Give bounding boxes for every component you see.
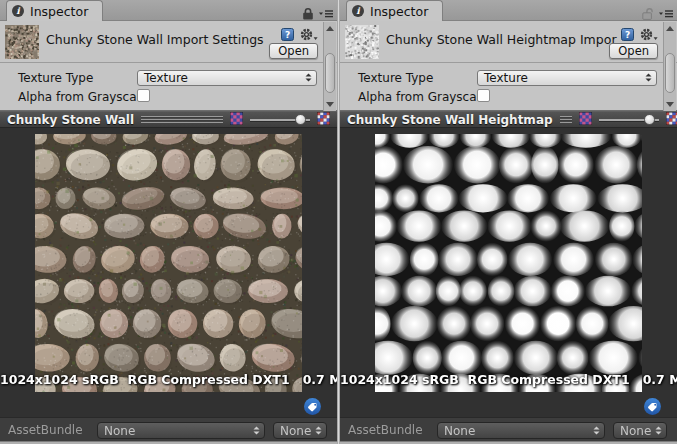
rgb-channels-icon[interactable] bbox=[230, 110, 243, 129]
scrollbar-thumb[interactable] bbox=[665, 53, 675, 93]
texture-type-value: Texture bbox=[144, 71, 188, 85]
scroll-down-icon[interactable] bbox=[666, 102, 674, 107]
alpha-from-grayscale-checkbox[interactable] bbox=[137, 89, 150, 102]
preview-drag-handle[interactable] bbox=[141, 116, 223, 123]
info-icon: i bbox=[12, 5, 24, 17]
assetbundle-label: AssetBundle bbox=[8, 423, 83, 437]
assetbundle-variant-value: None bbox=[620, 424, 651, 438]
texture-type-value: Texture bbox=[484, 71, 528, 85]
inspector-panel-left: i Inspector Chunky Stone Wall Import Set… bbox=[0, 0, 337, 444]
assetbundle-value: None bbox=[444, 424, 475, 438]
slider-knob[interactable] bbox=[295, 114, 306, 125]
assetbundle-variant-dropdown[interactable]: None bbox=[273, 422, 327, 439]
mipmap-icon[interactable] bbox=[317, 110, 330, 129]
tab-label: Inspector bbox=[30, 4, 88, 19]
asset-thumbnail bbox=[5, 25, 39, 59]
tab-label: Inspector bbox=[370, 4, 428, 19]
lock-icon[interactable] bbox=[642, 7, 654, 20]
svg-text:?: ? bbox=[625, 30, 630, 40]
assetbundle-bar: AssetBundle None None bbox=[0, 417, 337, 441]
preview-pane: 1024x1024 sRGB RGB Compressed DXT1 0.7 M… bbox=[0, 128, 337, 417]
info-icon: i bbox=[352, 5, 364, 17]
texture-type-label: Texture Type bbox=[358, 71, 433, 85]
texture-preview-image bbox=[375, 134, 642, 392]
texture-info-overlay: 1024x1024 sRGB RGB Compressed DXT1 0.7 M… bbox=[340, 372, 677, 387]
scrollbar-thumb[interactable] bbox=[325, 53, 335, 93]
preview-header: Chunky Stone Wall bbox=[0, 111, 337, 128]
preview-pane: 1024x1024 sRGB RGB Compressed DXT1 0.7 M… bbox=[340, 128, 677, 417]
texture-type-dropdown[interactable]: Texture bbox=[137, 70, 317, 86]
asset-labels-icon[interactable] bbox=[304, 398, 321, 415]
asset-title: Chunky Stone Wall Heightmap Impor bbox=[386, 32, 618, 47]
asset-labels-icon[interactable] bbox=[644, 398, 661, 415]
inspector-panel-right: i Inspector Chunky Stone Wall Heightmap … bbox=[340, 0, 677, 444]
preview-zoom-slider[interactable] bbox=[599, 114, 659, 125]
open-button[interactable]: Open bbox=[609, 43, 658, 59]
texture-info-overlay: 1024x1024 sRGB RGB Compressed DXT1 0.7 M… bbox=[0, 372, 337, 387]
rgb-channels-icon[interactable] bbox=[579, 110, 592, 129]
assetbundle-dropdown[interactable]: None bbox=[437, 422, 605, 439]
texture-preview-image bbox=[35, 134, 302, 392]
texture-type-label: Texture Type bbox=[18, 71, 93, 85]
asset-thumbnail bbox=[345, 25, 379, 59]
open-button[interactable]: Open bbox=[269, 43, 318, 59]
scroll-up-icon[interactable] bbox=[326, 26, 334, 31]
svg-text:?: ? bbox=[285, 30, 290, 40]
assetbundle-value: None bbox=[104, 424, 135, 438]
inspector-scrollbar[interactable] bbox=[323, 22, 336, 111]
preview-title: Chunky Stone Wall Heightmap bbox=[347, 113, 553, 127]
unity-editor-window: i Inspector Chunky Stone Wall Import Set… bbox=[0, 0, 677, 444]
lock-icon[interactable] bbox=[302, 7, 314, 20]
tab-inspector[interactable]: i Inspector bbox=[6, 0, 103, 21]
alpha-from-grayscale-checkbox[interactable] bbox=[477, 89, 490, 102]
tab-inspector[interactable]: i Inspector bbox=[346, 0, 443, 21]
import-settings-header: Chunky Stone Wall Import Settings ? Open bbox=[0, 21, 337, 63]
scroll-up-icon[interactable] bbox=[666, 26, 674, 31]
import-settings-body: Texture Type Texture Alpha from Grayscal bbox=[0, 63, 337, 111]
preview-header: Chunky Stone Wall Heightmap bbox=[340, 111, 677, 128]
tab-bar: i Inspector bbox=[340, 0, 677, 21]
alpha-from-grayscale-label: Alpha from Grayscal bbox=[18, 90, 140, 104]
texture-type-dropdown[interactable]: Texture bbox=[477, 70, 657, 86]
alpha-from-grayscale-label: Alpha from Grayscal bbox=[358, 90, 480, 104]
preview-drag-handle[interactable] bbox=[560, 116, 572, 123]
scroll-down-icon[interactable] bbox=[326, 102, 334, 107]
inspector-scrollbar[interactable] bbox=[663, 22, 676, 111]
assetbundle-variant-value: None bbox=[280, 424, 311, 438]
assetbundle-label: AssetBundle bbox=[348, 423, 423, 437]
assetbundle-dropdown[interactable]: None bbox=[97, 422, 265, 439]
import-settings-body: Texture Type Texture Alpha from Grayscal bbox=[340, 63, 677, 111]
preview-title: Chunky Stone Wall bbox=[7, 113, 134, 127]
preview-zoom-slider[interactable] bbox=[250, 114, 310, 125]
assetbundle-bar: AssetBundle None None bbox=[340, 417, 677, 441]
slider-knob[interactable] bbox=[644, 114, 655, 125]
tab-bar: i Inspector bbox=[0, 0, 337, 21]
assetbundle-variant-dropdown[interactable]: None bbox=[613, 422, 667, 439]
import-settings-header: Chunky Stone Wall Heightmap Impor ? Open bbox=[340, 21, 677, 63]
asset-title: Chunky Stone Wall Import Settings bbox=[46, 32, 278, 47]
mipmap-icon[interactable] bbox=[666, 110, 677, 129]
